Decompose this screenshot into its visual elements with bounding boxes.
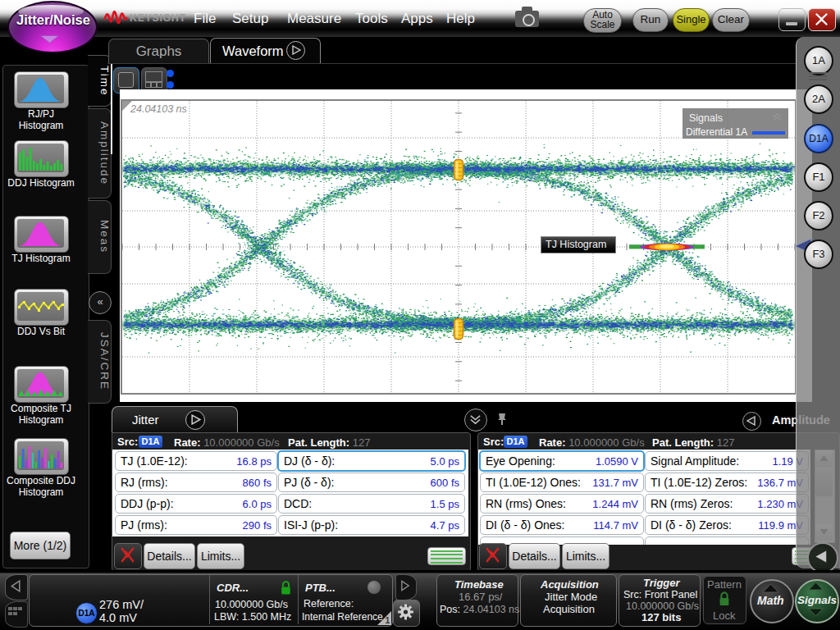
svg-text:1: 1 [385,616,390,625]
